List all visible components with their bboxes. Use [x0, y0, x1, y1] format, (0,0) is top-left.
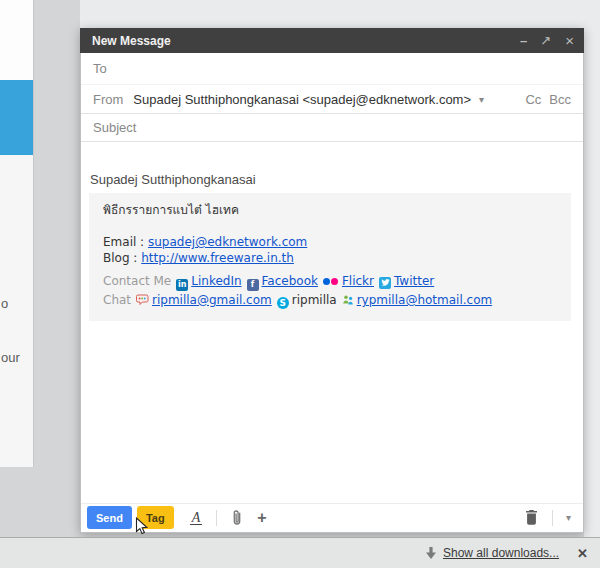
to-field[interactable]: To	[81, 53, 583, 85]
blog-label: Blog :	[103, 251, 137, 265]
signature-contact-line: Contact MeinLinkedInfFacebookFlickrTwitt…	[103, 272, 559, 291]
bcc-button[interactable]: Bcc	[549, 92, 571, 107]
from-field[interactable]: From Supadej Sutthiphongkanasai <supadej…	[81, 85, 583, 114]
signature-tagline: พิธีกรรายการแบไต๋ ไฮเทค	[103, 202, 559, 218]
more-options-icon[interactable]: ▾	[566, 512, 571, 523]
msn-chat-link[interactable]: rypmilla@hotmail.com	[357, 293, 493, 307]
from-label: From	[93, 92, 123, 107]
formatting-options-icon[interactable]: A	[190, 511, 203, 525]
attach-file-icon[interactable]	[231, 509, 243, 527]
screen: o our New Message – ↗ × To From Supadej …	[0, 0, 600, 568]
download-arrow-icon	[425, 547, 437, 560]
gtalk-icon	[136, 293, 149, 312]
compose-toolbar: Send Tag A + ▾	[81, 503, 583, 531]
toolbar-right-group: ▾	[525, 510, 571, 526]
page-background-top	[80, 0, 600, 28]
cc-bcc-group: CcBcc	[517, 92, 571, 107]
twitter-icon	[379, 277, 391, 289]
page-background-right	[584, 0, 600, 537]
message-body[interactable]: Supadej Sutthiphongkanasai พิธีกรรายการแ…	[81, 142, 583, 503]
toolbar-divider	[216, 510, 217, 526]
chevron-down-icon[interactable]: ▾	[479, 94, 484, 105]
facebook-link[interactable]: Facebook	[262, 274, 318, 288]
linkedin-icon: in	[176, 279, 188, 291]
more-insert-icon[interactable]: +	[257, 509, 266, 527]
facebook-icon: f	[247, 279, 259, 291]
signature-chat-line: Chatripmilla@gmail.comSripmillarypmilla@…	[103, 291, 559, 312]
partial-text: o	[1, 296, 8, 311]
download-bar-close-icon[interactable]: ✕	[577, 546, 588, 561]
skype-icon: S	[277, 297, 289, 309]
window-title: New Message	[92, 34, 506, 48]
subject-placeholder: Subject	[93, 120, 136, 135]
page-lower-area	[0, 155, 33, 467]
flickr-icon	[323, 275, 339, 287]
email-link[interactable]: supadej@edknetwork.com	[148, 235, 307, 249]
background-page-fragment: o our	[0, 0, 34, 467]
flickr-link[interactable]: Flickr	[342, 274, 374, 288]
minimize-icon[interactable]: –	[520, 28, 526, 53]
tag-button[interactable]: Tag	[137, 506, 174, 529]
to-label: To	[93, 61, 107, 76]
from-address: Supadej Sutthiphongkanasai <supadej@edkn…	[133, 92, 471, 107]
subject-field[interactable]: Subject	[81, 114, 583, 142]
compose-titlebar[interactable]: New Message – ↗ ×	[80, 28, 584, 53]
highlighted-block	[0, 80, 33, 155]
signature-sender-name: Supadej Sutthiphongkanasai	[90, 172, 575, 187]
close-icon[interactable]: ×	[565, 28, 574, 53]
signature-email-line: Email : supadej@edknetwork.com	[103, 234, 559, 250]
toolbar-divider	[552, 510, 553, 526]
msn-icon	[342, 293, 354, 312]
signature-block: พิธีกรรายการแบไต๋ ไฮเทค Email : supadej@…	[89, 193, 571, 321]
cc-button[interactable]: Cc	[525, 92, 541, 107]
compose-window: New Message – ↗ × To From Supadej Sutthi…	[80, 28, 584, 533]
signature-blog-line: Blog : http://www.freeware.in.th	[103, 250, 559, 266]
popout-icon[interactable]: ↗	[540, 28, 551, 53]
email-label: Email :	[103, 235, 144, 249]
send-button[interactable]: Send	[87, 506, 132, 529]
linkedin-link[interactable]: LinkedIn	[191, 274, 241, 288]
gmail-chat-link[interactable]: ripmilla@gmail.com	[152, 293, 272, 307]
chat-label: Chat	[103, 293, 131, 307]
partial-text: our	[1, 350, 20, 365]
blog-link[interactable]: http://www.freeware.in.th	[141, 251, 294, 265]
download-bar: Show all downloads... ✕	[0, 537, 600, 568]
skype-handle: ripmilla	[292, 293, 337, 307]
trash-icon[interactable]	[525, 510, 538, 525]
contact-me-label: Contact Me	[103, 274, 171, 288]
show-all-downloads-link[interactable]: Show all downloads...	[443, 546, 559, 560]
twitter-link[interactable]: Twitter	[394, 274, 434, 288]
